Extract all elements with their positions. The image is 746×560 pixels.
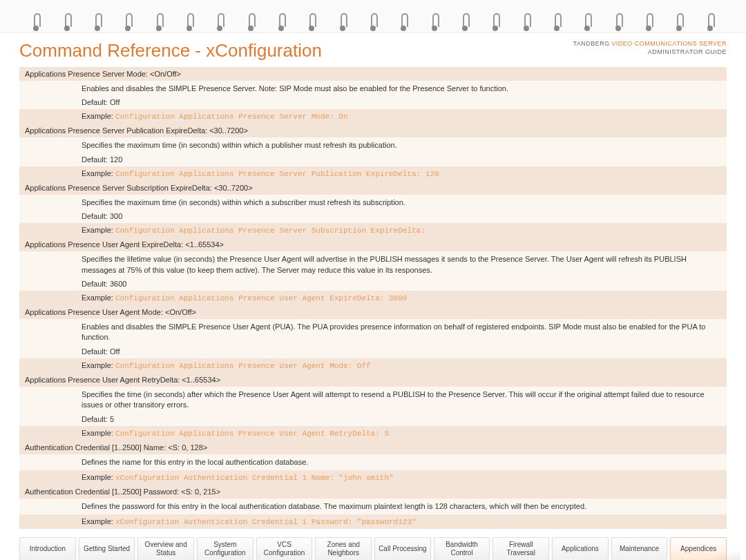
config-example: Example: Configuration Applications Pres… <box>19 109 727 124</box>
tab-overview-and-status[interactable]: Overview and Status <box>137 537 194 560</box>
config-description: Defines the password for this entry in t… <box>19 499 727 514</box>
config-heading: Applications Presence User Agent RetryDe… <box>19 373 727 387</box>
config-example: Example: Configuration Applications Pres… <box>19 166 727 181</box>
config-default: Default: 120 <box>19 154 727 166</box>
example-label: Example: <box>82 112 115 120</box>
header-row: Command Reference - xConfiguration TANDB… <box>19 40 727 61</box>
tab-system-configuration[interactable]: System Configuration <box>197 537 254 560</box>
config-heading: Authentication Credential [1..2500] Pass… <box>19 485 727 499</box>
tab-call-processing[interactable]: Call Processing <box>374 537 431 560</box>
config-default: Default: Off <box>19 346 727 358</box>
tab-maintenance[interactable]: Maintenance <box>611 537 668 560</box>
config-example: Example: Configuration Applications Pres… <box>19 358 727 373</box>
brand-name: TANDBERG <box>573 40 609 47</box>
config-description: Enables and disables the SIMPLE Presence… <box>19 81 727 97</box>
example-label: Example: <box>82 293 115 302</box>
tab-firewall-traversal[interactable]: Firewall Traversal <box>492 537 549 560</box>
config-heading: Applications Presence User Agent Mode: <… <box>19 305 727 319</box>
example-code: Configuration Applications Presence Serv… <box>115 113 348 121</box>
example-label: Example: <box>82 517 115 525</box>
config-description: Specifies the lifetime value (in seconds… <box>19 251 727 278</box>
config-heading: Authentication Credential [1..2500] Name… <box>19 441 727 454</box>
example-code: Configuration Applications Presence Serv… <box>115 170 439 178</box>
example-code: Configuration Applications Presence Serv… <box>115 226 425 235</box>
product-name: VIDEO COMMUNICATIONS SERVER <box>611 40 727 47</box>
example-label: Example: <box>82 429 115 437</box>
header-right: TANDBERG VIDEO COMMUNICATIONS SERVER ADM… <box>573 40 727 56</box>
example-label: Example: <box>82 361 115 369</box>
tab-introduction[interactable]: Introduction <box>19 537 76 560</box>
config-heading: Applications Presence Server Mode: <On/O… <box>19 67 727 81</box>
config-default: Default: 300 <box>19 211 727 223</box>
config-description: Enables and disables the SIMPLE Presence… <box>19 319 727 346</box>
config-example: Example: xConfiguration Authentication C… <box>19 470 727 485</box>
tab-vcs-configuration[interactable]: VCS Configuration <box>256 537 313 560</box>
config-default: Default: 5 <box>19 414 727 426</box>
tab-zones-and-neighbors[interactable]: Zones and Neighbors <box>315 537 372 560</box>
tab-appendices[interactable]: Appendices <box>670 537 727 560</box>
guide-label: ADMINISTRATOR GUIDE <box>573 48 727 57</box>
content-area: Command Reference - xConfiguration TANDB… <box>0 33 746 529</box>
tab-getting-started[interactable]: Getting Started <box>79 537 135 560</box>
config-description: Specifies the maximum time (in seconds) … <box>19 137 727 153</box>
example-code: xConfiguration Authentication Credential… <box>115 518 417 526</box>
page-title: Command Reference - xConfiguration <box>19 40 322 61</box>
example-label: Example: <box>82 226 115 234</box>
tab-applications[interactable]: Applications <box>552 537 609 560</box>
config-example: Example: Configuration Applications Pres… <box>19 291 727 305</box>
config-table: Applications Presence Server Mode: <On/O… <box>19 67 727 529</box>
example-code: Configuration Applications Presence User… <box>115 294 407 302</box>
config-heading: Applications Presence Server Subscriptio… <box>19 181 727 195</box>
config-description: Defines the name for this entry in the l… <box>19 454 727 470</box>
config-example: Example: Configuration Applications Pres… <box>19 426 727 441</box>
example-label: Example: <box>82 169 115 177</box>
example-label: Example: <box>82 473 115 481</box>
config-default: Default: 3600 <box>19 278 727 291</box>
page: Command Reference - xConfiguration TANDB… <box>0 0 746 560</box>
config-heading: Applications Presence Server Publication… <box>19 124 727 137</box>
config-description: Specifies the maximum time (in seconds) … <box>19 195 727 211</box>
config-default: Default: Off <box>19 97 727 109</box>
config-example: Example: Configuration Applications Pres… <box>19 223 727 238</box>
example-code: xConfiguration Authentication Credential… <box>115 474 394 482</box>
example-code: Configuration Applications Presence User… <box>115 429 389 438</box>
config-heading: Applications Presence User Agent ExpireD… <box>19 238 727 251</box>
example-code: Configuration Applications Presence User… <box>115 362 371 370</box>
tab-bandwidth-control[interactable]: Bandwidth Control <box>434 537 490 560</box>
spiral-binding <box>0 0 746 33</box>
tabs-row: IntroductionGetting StartedOverview and … <box>0 529 746 560</box>
config-example: Example: xConfiguration Authentication C… <box>19 514 727 529</box>
config-description: Specifies the time (in seconds) after wh… <box>19 387 727 414</box>
